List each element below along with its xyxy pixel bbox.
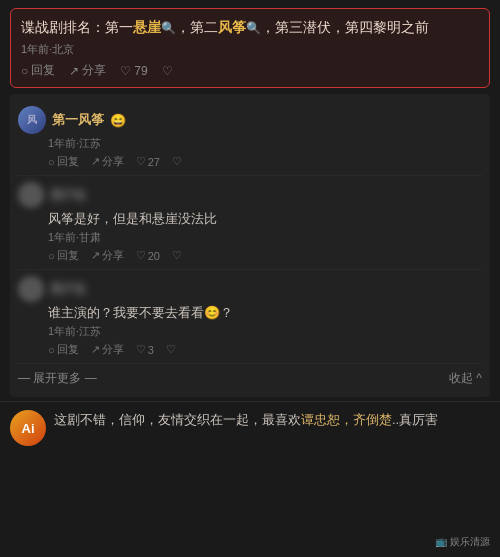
sub-comment-3-body: 谁主演的？我要不要去看看😊？ 1年前·江苏 ○ 回复 ↗ 分享 ♡ 3 xyxy=(48,304,482,357)
divider xyxy=(0,401,500,402)
username-fenzheng: 第一风筝 xyxy=(52,111,104,129)
sub-comment-2: 用户名 风筝是好，但是和悬崖没法比 1年前·甘肃 ○ 回复 ↗ 分享 ♡ xyxy=(18,176,482,270)
bottom-comment-content: 这剧不错，信仰，友情交织在一起，最喜欢谭忠恕，齐倒楚..真厉害 xyxy=(54,410,438,430)
heart-icon-1: ♡ xyxy=(172,155,182,168)
like-icon-3: ♡ xyxy=(136,343,146,356)
sub-comment-1-actions: ○ 回复 ↗ 分享 ♡ 27 ♡ xyxy=(48,154,482,169)
sub-comment-3-actions: ○ 回复 ↗ 分享 ♡ 3 ♡ xyxy=(48,342,482,357)
sub-reply-1[interactable]: ○ 回复 xyxy=(48,154,79,169)
reply-icon-3: ○ xyxy=(48,344,55,356)
share-icon: ↗ xyxy=(69,64,79,78)
avatar-blurred-3 xyxy=(18,276,44,302)
top-comment-meta: 1年前·北京 xyxy=(21,42,479,57)
sub-comment-3-header: 用户名 xyxy=(18,276,482,302)
sub-like-3[interactable]: ♡ 3 xyxy=(136,343,154,356)
expand-more-button[interactable]: — 展开更多 — xyxy=(18,370,97,387)
highlight-xuanya: 悬崖 xyxy=(133,19,161,35)
heart-icon-2: ♡ xyxy=(172,249,182,262)
sub-comment-2-body: 风筝是好，但是和悬崖没法比 1年前·甘肃 ○ 回复 ↗ 分享 ♡ 20 xyxy=(48,210,482,263)
source-text: 📺 xyxy=(435,536,450,547)
sub-comment-2-text: 风筝是好，但是和悬崖没法比 xyxy=(48,210,482,228)
collapse-button[interactable]: 收起 ^ xyxy=(449,370,482,387)
avatar-blurred-2 xyxy=(18,182,44,208)
sub-reply-2[interactable]: ○ 回复 xyxy=(48,248,79,263)
reply-button[interactable]: ○ 回复 xyxy=(21,62,55,79)
sub-like-1[interactable]: ♡ 27 xyxy=(136,155,160,168)
sub-reply-3[interactable]: ○ 回复 xyxy=(48,342,79,357)
username-blurred-2: 用户名 xyxy=(50,187,86,204)
heart-icon-3: ♡ xyxy=(166,343,176,356)
reply-icon-2: ○ xyxy=(48,250,55,262)
sub-comments-container: 风 第一风筝 😄 1年前·江苏 ○ 回复 ↗ 分享 ♡ xyxy=(10,94,490,397)
sub-comment-1-meta: 1年前·江苏 xyxy=(48,136,482,151)
sub-share-2[interactable]: ↗ 分享 xyxy=(91,248,124,263)
bottom-comment-text: 这剧不错，信仰，友情交织在一起，最喜欢谭忠恕，齐倒楚..真厉害 xyxy=(54,410,438,430)
sub-comment-1-header: 风 第一风筝 😄 xyxy=(18,106,482,134)
sub-like-2[interactable]: ♡ 20 xyxy=(136,249,160,262)
username-blurred-3: 用户名 xyxy=(50,281,86,298)
sub-comment-2-meta: 1年前·甘肃 xyxy=(48,230,482,245)
bottom-highlight: 谭忠恕，齐倒楚 xyxy=(301,412,392,427)
top-comment-actions: ○ 回复 ↗ 分享 ♡ 79 ♡ xyxy=(21,62,479,79)
bottom-comment-area: Ai 这剧不错，信仰，友情交织在一起，最喜欢谭忠恕，齐倒楚..真厉害 xyxy=(10,410,490,446)
sub-comment-2-actions: ○ 回复 ↗ 分享 ♡ 20 ♡ xyxy=(48,248,482,263)
like-icon: ♡ xyxy=(120,64,131,78)
share-icon-3: ↗ xyxy=(91,343,100,356)
top-comment-text: 谍战剧排名：第一悬崖🔍，第二风筝🔍，第三潜伏，第四黎明之前 xyxy=(21,17,479,38)
emoji-smile: 😄 xyxy=(110,113,126,128)
sub-comment-1-body: 1年前·江苏 ○ 回复 ↗ 分享 ♡ 27 ♡ xyxy=(48,136,482,169)
share-icon-1: ↗ xyxy=(91,155,100,168)
sub-comment-2-header: 用户名 xyxy=(18,182,482,208)
sub-comment-3: 用户名 谁主演的？我要不要去看看😊？ 1年前·江苏 ○ 回复 ↗ 分享 ♡ xyxy=(18,270,482,364)
share-icon-2: ↗ xyxy=(91,249,100,262)
reply-icon: ○ xyxy=(21,64,28,78)
bottom-avatar: Ai xyxy=(10,410,46,446)
reply-icon-1: ○ xyxy=(48,156,55,168)
sub-share-3[interactable]: ↗ 分享 xyxy=(91,342,124,357)
expand-row: — 展开更多 — 收起 ^ xyxy=(18,366,482,391)
avatar-fenzheng: 风 xyxy=(18,106,46,134)
main-container: 谍战剧排名：第一悬崖🔍，第二风筝🔍，第三潜伏，第四黎明之前 1年前·北京 ○ 回… xyxy=(0,0,500,557)
sub-share-1[interactable]: ↗ 分享 xyxy=(91,154,124,169)
like-icon-1: ♡ xyxy=(136,155,146,168)
sub-comment-3-text: 谁主演的？我要不要去看看😊？ xyxy=(48,304,482,322)
sub-comment-3-meta: 1年前·江苏 xyxy=(48,324,482,339)
source-badge: 📺 娱乐清源 xyxy=(435,535,490,549)
like-button[interactable]: ♡ 79 xyxy=(120,64,147,78)
sub-comment-1: 风 第一风筝 😄 1年前·江苏 ○ 回复 ↗ 分享 ♡ xyxy=(18,100,482,176)
like-icon-2: ♡ xyxy=(136,249,146,262)
top-comment-card: 谍战剧排名：第一悬崖🔍，第二风筝🔍，第三潜伏，第四黎明之前 1年前·北京 ○ 回… xyxy=(10,8,490,88)
heart-icon: ♡ xyxy=(162,64,173,78)
share-button[interactable]: ↗ 分享 xyxy=(69,62,106,79)
highlight-fenzheng: 风筝 xyxy=(218,19,246,35)
